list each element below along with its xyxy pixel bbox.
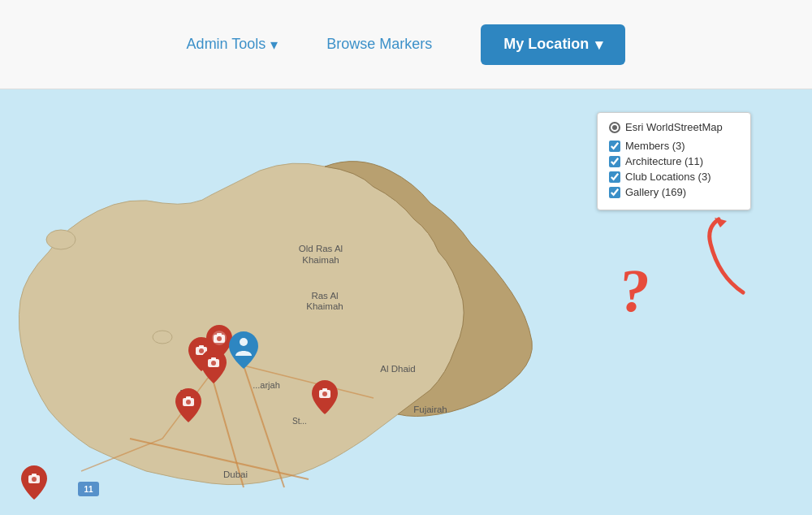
my-location-button[interactable]: My Location ▾	[481, 24, 625, 65]
marker-camera-4[interactable]	[175, 388, 201, 422]
layer-gallery[interactable]: Gallery (169)	[609, 186, 739, 198]
layer-control-panel: Esri WorldStreetMap Members (3) Architec…	[597, 112, 751, 210]
svg-rect-37	[322, 388, 327, 391]
my-location-label: My Location	[503, 36, 589, 53]
admin-tools-menu[interactable]: Admin Tools ▾	[187, 36, 279, 54]
svg-rect-34	[186, 396, 191, 399]
layer-members[interactable]: Members (3)	[609, 140, 739, 152]
svg-point-36	[322, 392, 327, 396]
marker-camera-5[interactable]	[312, 380, 338, 414]
svg-text:Al Dhaid: Al Dhaid	[380, 364, 415, 374]
basemap-option[interactable]: Esri WorldStreetMap	[609, 121, 739, 133]
svg-text:Old Ras Al: Old Ras Al	[299, 244, 343, 253]
marker-camera-3[interactable]	[201, 349, 227, 383]
map-container: 11 Old Ras Al Khaimah Ras Al Khaimah Al …	[0, 89, 812, 515]
basemap-label: Esri WorldStreetMap	[625, 121, 723, 133]
svg-point-23	[217, 336, 222, 341]
layer-architecture-label: Architecture (11)	[625, 155, 703, 167]
navbar: Admin Tools ▾ Browse Markers My Location…	[0, 0, 812, 89]
layer-gallery-checkbox[interactable]	[609, 187, 620, 198]
dropdown-arrow-icon: ▾	[270, 36, 278, 54]
svg-text:...arjah: ...arjah	[253, 380, 280, 390]
layer-architecture-checkbox[interactable]	[609, 156, 620, 167]
svg-text:Fujairah: Fujairah	[413, 405, 447, 414]
svg-point-39	[32, 477, 37, 482]
admin-tools-label: Admin Tools	[187, 36, 266, 53]
location-dropdown-arrow-icon: ▾	[595, 36, 603, 54]
layer-club-locations-checkbox[interactable]	[609, 171, 620, 183]
svg-text:St...: St...	[292, 417, 307, 426]
svg-point-31	[240, 338, 248, 346]
svg-text:Dubai: Dubai	[223, 470, 248, 479]
svg-text:Khaimah: Khaimah	[306, 301, 343, 311]
layer-members-checkbox[interactable]	[609, 141, 620, 152]
svg-rect-40	[32, 474, 37, 476]
svg-text:Ras Al: Ras Al	[311, 291, 338, 301]
layer-club-locations-label: Club Locations (3)	[625, 171, 711, 183]
marker-person-1[interactable]	[229, 331, 258, 369]
svg-rect-30	[211, 357, 216, 360]
svg-point-8	[153, 331, 172, 344]
svg-point-33	[186, 400, 191, 405]
marker-camera-6[interactable]	[21, 465, 47, 500]
layer-members-label: Members (3)	[625, 140, 685, 152]
browse-markers-link[interactable]: Browse Markers	[326, 36, 432, 53]
basemap-radio[interactable]	[609, 122, 620, 133]
layer-architecture[interactable]: Architecture (11)	[609, 155, 739, 167]
svg-point-29	[211, 361, 216, 366]
layer-club-locations[interactable]: Club Locations (3)	[609, 171, 739, 183]
svg-text:11: 11	[84, 485, 93, 494]
svg-rect-27	[199, 345, 204, 348]
svg-point-7	[46, 230, 76, 249]
layer-gallery-label: Gallery (169)	[625, 186, 686, 198]
svg-text:Khaimah: Khaimah	[302, 255, 339, 265]
svg-rect-24	[217, 333, 222, 335]
